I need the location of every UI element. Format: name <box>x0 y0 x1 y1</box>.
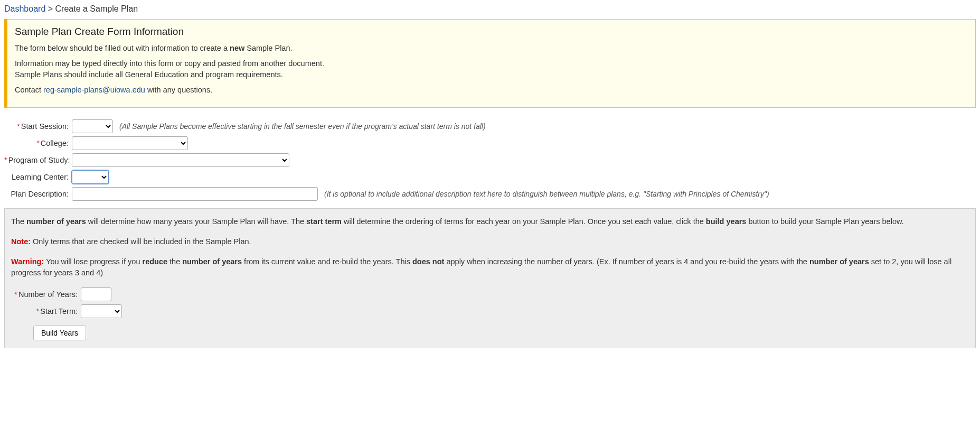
build-years-button[interactable]: Build Years <box>33 326 86 340</box>
number-of-years-input[interactable] <box>81 287 111 301</box>
plan-description-label: Plan Description: <box>4 190 72 198</box>
number-of-years-label: *Number of Years: <box>11 290 81 299</box>
info-line-2-3: Information may be typed directly into t… <box>15 58 968 80</box>
start-term-label: *Start Term: <box>11 307 81 315</box>
start-session-hint: (All Sample Plans become effective start… <box>119 122 486 131</box>
plan-description-hint: (It is optional to include additional de… <box>324 190 769 198</box>
info-panel: Sample Plan Create Form Information The … <box>4 19 976 108</box>
learning-center-label: Learning Center: <box>4 173 72 181</box>
build-years-desc: The number of years will determine how m… <box>11 216 969 228</box>
start-term-select[interactable] <box>81 304 122 318</box>
build-years-note: Note: Only terms that are checked will b… <box>11 236 969 248</box>
build-years-panel: The number of years will determine how m… <box>4 208 976 348</box>
start-session-select[interactable] <box>72 119 113 133</box>
breadcrumb-current: Create a Sample Plan <box>55 4 138 13</box>
info-heading: Sample Plan Create Form Information <box>15 26 968 38</box>
program-of-study-select[interactable] <box>72 153 289 167</box>
college-label: *College: <box>4 139 72 147</box>
contact-email-link[interactable]: reg-sample-plans@uiowa.edu <box>43 86 145 94</box>
breadcrumb: Dashboard > Create a Sample Plan <box>4 2 976 19</box>
info-line-1: The form below should be filled out with… <box>15 43 968 54</box>
breadcrumb-separator: > <box>45 4 55 13</box>
build-years-warning: Warning: You will lose progress if you r… <box>11 256 969 280</box>
learning-center-select[interactable] <box>72 170 109 184</box>
breadcrumb-dashboard-link[interactable]: Dashboard <box>4 4 45 13</box>
start-session-label: *Start Session: <box>4 122 72 131</box>
program-of-study-label: *Program of Study: <box>4 156 72 164</box>
info-contact: Contact reg-sample-plans@uiowa.edu with … <box>15 85 968 96</box>
form-section: *Start Session: (All Sample Plans become… <box>4 119 976 201</box>
plan-description-input[interactable] <box>72 187 318 201</box>
college-select[interactable] <box>72 136 188 150</box>
